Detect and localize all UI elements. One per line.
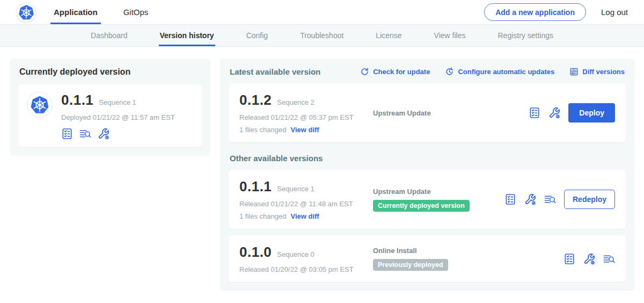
header-tabs: Application GitOps [50, 0, 171, 24]
version-info: 0.1.2 Sequence 2 Released 01/21/22 @ 05:… [239, 92, 373, 134]
view-diff-link[interactable]: View diff [290, 126, 319, 134]
header-spacer [171, 0, 484, 24]
view-logs-icon[interactable] [79, 128, 91, 140]
edit-config-icon[interactable] [583, 253, 595, 265]
source-label: Upstream Update [373, 187, 431, 196]
version-actions-cell [564, 253, 615, 265]
kubernetes-logo [16, 2, 36, 23]
subnav-tab-troubleshoot[interactable]: Troubleshoot [299, 25, 345, 46]
deployed-timestamp: Deployed 01/21/22 @ 11:57 am EST [61, 113, 175, 121]
configure-automatic-updates-link[interactable]: Configure automatic updates [445, 67, 554, 76]
diff-icon [569, 67, 579, 76]
preflight-checks-icon[interactable] [564, 253, 575, 265]
subnav-tab-view-files[interactable]: View files [433, 25, 467, 46]
version-row-0-1-0: 0.1.0 Sequence 0 Released 01/20/22 @ 03:… [229, 235, 626, 282]
latest-version-title: Latest available version [230, 67, 320, 76]
preflight-checks-icon[interactable] [529, 107, 540, 119]
version-row-0-1-1: 0.1.1 Sequence 1 Released 01/21/22 @ 11:… [229, 170, 626, 229]
tab-gitops[interactable]: GitOps [120, 0, 152, 24]
version-info: 0.1.1 Sequence 1 Released 01/21/22 @ 11:… [239, 178, 373, 220]
view-diff-link[interactable]: View diff [290, 212, 319, 220]
version-sequence: Sequence 2 [277, 98, 314, 106]
redeploy-button[interactable]: Redeploy [564, 190, 615, 209]
version-source: Upstream Update [373, 109, 529, 117]
preflight-checks-icon[interactable] [61, 128, 73, 140]
deployed-version-info: 0.1.1 Sequence 1 Deployed 01/21/22 @ 11:… [61, 92, 175, 140]
tab-application[interactable]: Application [50, 0, 101, 24]
diff-versions-link[interactable]: Diff versions [569, 67, 625, 76]
other-versions-title: Other available versions [230, 154, 625, 163]
subnav-tab-dashboard[interactable]: Dashboard [90, 25, 129, 46]
add-application-button[interactable]: Add a new application [484, 3, 586, 21]
version-source: Online Install Previously deployed [373, 247, 564, 271]
deployed-version-number: 0.1.1 [61, 92, 93, 109]
subnav-tab-registry-settings[interactable]: Registry settings [497, 25, 554, 46]
version-sequence: Sequence 1 [277, 185, 314, 193]
logout-button[interactable]: Log out [601, 8, 628, 17]
version-number: 0.1.1 [239, 178, 272, 195]
version-row-0-1-2: 0.1.2 Sequence 2 Released 01/21/22 @ 05:… [229, 83, 626, 142]
subnav-tab-license[interactable]: License [375, 25, 402, 46]
main-content: Currently deployed version 0.1.1 Sequenc… [0, 47, 644, 291]
preflight-checks-icon[interactable] [504, 193, 516, 205]
schedule-update-icon [445, 67, 454, 76]
version-source: Upstream Update Currently deployed versi… [373, 187, 504, 212]
deployed-version-panel: Currently deployed version 0.1.1 Sequenc… [10, 59, 210, 156]
source-label: Upstream Update [373, 109, 431, 117]
source-label: Online Install [373, 247, 417, 255]
version-actions-cell: Deploy [529, 103, 615, 122]
edit-config-icon[interactable] [524, 193, 536, 205]
subnav-tab-version-history[interactable]: Version history [159, 25, 215, 46]
check-for-update-label: Check for update [373, 68, 430, 76]
release-timestamp: Released 01/21/22 @ 11:48 am EST [239, 200, 373, 208]
app-header: Application GitOps Add a new application… [0, 0, 644, 25]
app-icon-kubernetes [27, 92, 53, 118]
version-actions: Check for update Configure automatic upd… [360, 67, 625, 76]
release-timestamp: Released 01/20/22 @ 03:05 pm EST [239, 265, 373, 273]
version-number: 0.1.2 [239, 92, 272, 109]
edit-config-icon[interactable] [548, 107, 560, 119]
version-actions-cell: Redeploy [504, 190, 615, 209]
files-changed: 1 files changed [239, 212, 286, 220]
deployed-version-card: 0.1.1 Sequence 1 Deployed 01/21/22 @ 11:… [18, 84, 202, 147]
view-logs-icon[interactable] [544, 193, 556, 205]
app-subnav: Dashboard Version history Config Trouble… [0, 25, 644, 47]
kots-admin-console: Application GitOps Add a new application… [0, 0, 644, 303]
files-changed: 1 files changed [239, 126, 286, 134]
version-number: 0.1.0 [239, 244, 272, 261]
subnav-tab-config[interactable]: Config [245, 25, 269, 46]
deploy-button[interactable]: Deploy [568, 103, 615, 122]
previously-deployed-badge: Previously deployed [373, 259, 448, 271]
view-logs-icon[interactable] [603, 253, 615, 265]
refresh-icon [360, 67, 369, 76]
edit-config-icon[interactable] [98, 128, 109, 140]
configure-updates-label: Configure automatic updates [458, 68, 554, 76]
diff-versions-label: Diff versions [582, 68, 625, 76]
version-history-panel: Latest available version Check for updat… [220, 59, 634, 291]
deployed-panel-title: Currently deployed version [19, 67, 201, 77]
check-for-update-link[interactable]: Check for update [360, 67, 430, 76]
version-sequence: Sequence 0 [277, 250, 314, 258]
currently-deployed-badge: Currently deployed version [373, 200, 470, 212]
version-info: 0.1.0 Sequence 0 Released 01/20/22 @ 03:… [239, 244, 373, 273]
deployed-sequence: Sequence 1 [99, 98, 136, 106]
release-timestamp: Released 01/21/22 @ 05:37 pm EST [239, 113, 373, 121]
